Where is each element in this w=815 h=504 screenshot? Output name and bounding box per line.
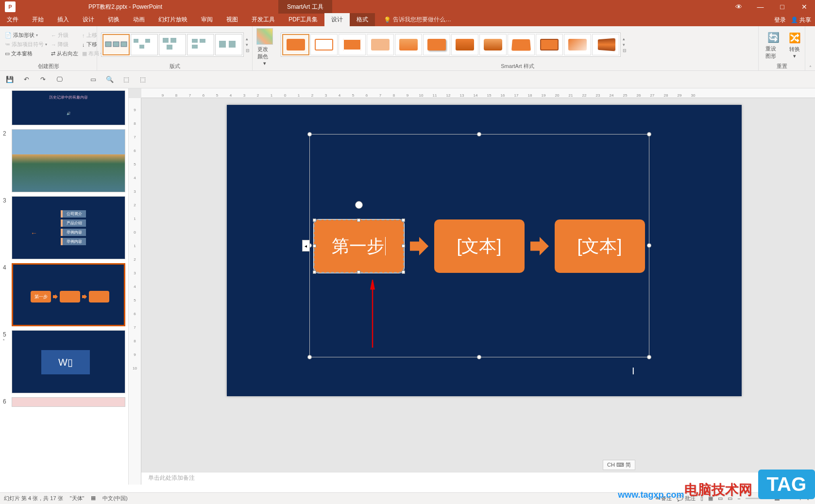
handle-tr[interactable] [647, 132, 651, 136]
tab-design[interactable]: 设计 [76, 13, 101, 26]
smartart-box-2[interactable]: [文本] [434, 219, 525, 273]
gallery-up-icon[interactable]: ▴ [246, 36, 250, 41]
add-shape-button[interactable]: 📄 添加形状 ▾ [4, 31, 48, 39]
layout-thumb-3[interactable] [159, 34, 186, 55]
box-handle[interactable] [402, 270, 405, 274]
style-thumb-6[interactable] [423, 34, 450, 55]
slideshow-start-button[interactable]: 🖵 [54, 75, 64, 84]
maximize-button[interactable]: □ [771, 0, 793, 14]
layout-thumb-2[interactable] [131, 34, 158, 55]
smartart-box-1[interactable]: ⟳ 第一步 [314, 219, 404, 273]
status-language[interactable]: 中文(中国) [102, 495, 127, 502]
slide-editor[interactable]: ◂ ⟳ 第一步 [153, 103, 815, 465]
change-colors-button[interactable]: 更改颜色 ▾ [253, 26, 277, 68]
slide-item-4[interactable]: 4 第一步 [0, 263, 128, 326]
style-thumb-11[interactable] [564, 34, 591, 55]
styles-down-icon[interactable]: ▾ [623, 42, 627, 47]
text-pane-button[interactable]: ▭ 文本窗格 [4, 50, 48, 58]
box-handle[interactable] [313, 218, 316, 222]
style-thumb-7[interactable] [451, 34, 478, 55]
convert-button[interactable]: 🔀 转换 ▾ [784, 28, 805, 61]
style-thumb-9[interactable] [508, 34, 535, 55]
tab-view[interactable]: 视图 [220, 13, 245, 26]
section-button[interactable]: ▭ [88, 75, 98, 84]
layout-thumb-1[interactable] [102, 34, 130, 55]
layout-thumb-5[interactable] [215, 34, 242, 55]
slide-panel[interactable]: 历史记录中的有趣内容 🔊 2 3 公司简介 产品介绍 举例内容 举例内容 ← 4 [0, 88, 129, 485]
tab-transitions[interactable]: 切换 [101, 13, 126, 26]
handle-tm[interactable] [477, 132, 481, 136]
tab-review[interactable]: 审阅 [194, 13, 220, 26]
text-pane-toggle[interactable]: ◂ [302, 240, 310, 252]
tab-home[interactable]: 开始 [25, 13, 51, 26]
collapse-ribbon-icon[interactable]: ˄ [805, 26, 815, 70]
tool-button-2[interactable]: ⬚ [138, 75, 148, 84]
app-icon: P [5, 1, 16, 12]
box-handle[interactable] [313, 270, 316, 274]
undo-button[interactable]: ↶ [21, 75, 31, 84]
rtl-button[interactable]: ⇄ 从右向左 [50, 50, 79, 58]
style-thumb-3[interactable] [339, 34, 366, 55]
reset-graphic-button[interactable]: 🔄 重设图形 [763, 28, 784, 62]
style-thumb-8[interactable] [479, 34, 507, 55]
handle-tl[interactable] [307, 132, 312, 136]
redo-button[interactable]: ↷ [38, 75, 48, 84]
box-handle[interactable] [357, 218, 360, 222]
slide-item-5[interactable]: 5* W▯ [0, 330, 128, 393]
rotate-handle[interactable]: ⟳ [355, 201, 363, 209]
tab-file[interactable]: 文件 [0, 13, 25, 26]
context-tool-label: SmartArt 工具 [278, 0, 332, 14]
handle-bl[interactable] [307, 355, 312, 359]
slide-canvas[interactable]: ◂ ⟳ 第一步 [227, 105, 742, 396]
svg-rect-12 [219, 41, 226, 48]
style-thumb-1[interactable] [282, 34, 309, 55]
smartart-frame[interactable]: ◂ ⟳ 第一步 [309, 134, 649, 357]
arrow-icon-2 [530, 237, 549, 255]
tool-button-1[interactable]: ⬚ [121, 75, 131, 84]
tab-pdf[interactable]: PDF工具集 [282, 13, 324, 26]
share-button[interactable]: 👤 共享 [791, 16, 811, 24]
tab-developer[interactable]: 开发工具 [245, 13, 282, 26]
tab-smartart-design[interactable]: 设计 [324, 13, 350, 26]
svg-rect-13 [229, 41, 236, 48]
style-thumb-4[interactable] [367, 34, 394, 55]
box-handle[interactable] [357, 270, 360, 274]
slide-item-6[interactable]: 6 [0, 397, 128, 407]
zoom-button[interactable]: 🔍 [105, 75, 115, 84]
slide-item-3[interactable]: 3 公司简介 产品介绍 举例内容 举例内容 ← [0, 196, 128, 259]
handle-bm[interactable] [477, 355, 481, 359]
tab-insert[interactable]: 插入 [51, 13, 76, 26]
styles-more-icon[interactable]: ⊟ [623, 48, 627, 53]
layout-thumb-4[interactable] [187, 34, 214, 55]
styles-up-icon[interactable]: ▴ [623, 36, 627, 41]
gallery-more-icon[interactable]: ⊟ [246, 48, 250, 53]
tab-slideshow[interactable]: 幻灯片放映 [152, 13, 194, 26]
ribbon-display-icon[interactable]: 👁 [728, 0, 749, 14]
close-button[interactable]: ✕ [793, 0, 815, 14]
layouts-gallery[interactable] [101, 33, 244, 57]
watermark-url: www.tagxp.com [618, 490, 684, 500]
style-thumb-10[interactable] [536, 34, 563, 55]
styles-gallery[interactable] [281, 33, 621, 57]
style-thumb-2[interactable] [310, 34, 338, 55]
box-handle[interactable] [402, 218, 405, 222]
slide-item-1[interactable]: 历史记录中的有趣内容 🔊 [0, 90, 128, 125]
smartart-box-1-text[interactable]: 第一步 [332, 235, 384, 258]
quick-access-toolbar: 💾 ↶ ↷ 🖵 ▭ 🔍 ⬚ ⬚ [0, 71, 815, 88]
style-thumb-12[interactable] [592, 34, 619, 55]
gallery-down-icon[interactable]: ▾ [246, 42, 250, 47]
tab-animations[interactable]: 动画 [126, 13, 152, 26]
tab-smartart-format[interactable]: 格式 [350, 13, 375, 26]
box-handle[interactable] [402, 244, 405, 248]
style-thumb-5[interactable] [395, 34, 422, 55]
tell-me-search[interactable]: 💡 告诉我您想要做什么… [380, 13, 455, 26]
status-accessibility-icon[interactable]: ▦ [91, 495, 96, 502]
save-button[interactable]: 💾 [5, 75, 15, 84]
minimize-button[interactable]: — [749, 0, 771, 14]
login-link[interactable]: 登录 [774, 16, 786, 24]
handle-br[interactable] [647, 355, 651, 359]
slide-item-2[interactable]: 2 [0, 129, 128, 192]
smartart-box-3[interactable]: [文本] [555, 219, 645, 273]
add-bullet-button: ≔ 添加项目符号 ▾ [4, 40, 48, 49]
box-handle[interactable] [313, 244, 316, 248]
